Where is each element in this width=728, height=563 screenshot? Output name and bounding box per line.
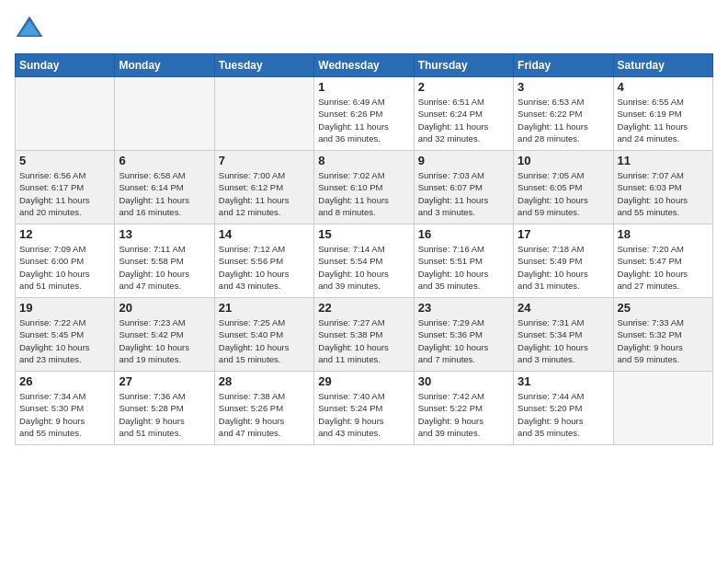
day-cell	[16, 77, 115, 151]
day-number: 24	[518, 301, 609, 315]
day-cell: 30Sunrise: 7:42 AM Sunset: 5:22 PM Dayli…	[414, 372, 513, 445]
day-cell: 24Sunrise: 7:31 AM Sunset: 5:34 PM Dayli…	[514, 298, 613, 372]
day-cell: 22Sunrise: 7:27 AM Sunset: 5:38 PM Dayli…	[314, 298, 414, 372]
logo	[15, 15, 48, 44]
day-info: Sunrise: 7:25 AM Sunset: 5:40 PM Dayligh…	[219, 316, 310, 365]
day-number: 3	[518, 80, 609, 94]
day-cell: 6Sunrise: 6:58 AM Sunset: 6:14 PM Daylig…	[115, 151, 214, 224]
day-cell: 8Sunrise: 7:02 AM Sunset: 6:10 PM Daylig…	[314, 151, 414, 224]
day-cell: 14Sunrise: 7:12 AM Sunset: 5:56 PM Dayli…	[214, 224, 313, 298]
day-cell: 13Sunrise: 7:11 AM Sunset: 5:58 PM Dayli…	[115, 224, 214, 298]
day-number: 20	[119, 301, 210, 315]
day-number: 4	[618, 80, 709, 94]
day-cell	[115, 77, 214, 151]
day-cell: 18Sunrise: 7:20 AM Sunset: 5:47 PM Dayli…	[613, 224, 712, 298]
day-cell: 5Sunrise: 6:56 AM Sunset: 6:17 PM Daylig…	[16, 151, 115, 224]
day-number: 6	[119, 154, 210, 167]
day-info: Sunrise: 6:56 AM Sunset: 6:17 PM Dayligh…	[19, 169, 110, 218]
day-info: Sunrise: 7:00 AM Sunset: 6:12 PM Dayligh…	[219, 169, 310, 218]
day-info: Sunrise: 7:02 AM Sunset: 6:10 PM Dayligh…	[318, 169, 409, 218]
day-info: Sunrise: 7:34 AM Sunset: 5:30 PM Dayligh…	[19, 390, 110, 439]
day-number: 15	[318, 227, 409, 241]
day-info: Sunrise: 7:11 AM Sunset: 5:58 PM Dayligh…	[119, 243, 210, 292]
day-info: Sunrise: 6:58 AM Sunset: 6:14 PM Dayligh…	[119, 169, 210, 218]
day-cell: 17Sunrise: 7:18 AM Sunset: 5:49 PM Dayli…	[514, 224, 613, 298]
day-header-wednesday: Wednesday	[314, 54, 414, 77]
day-header-friday: Friday	[514, 54, 613, 77]
week-row: 1Sunrise: 6:49 AM Sunset: 6:26 PM Daylig…	[16, 77, 713, 151]
week-row: 19Sunrise: 7:22 AM Sunset: 5:45 PM Dayli…	[16, 298, 713, 372]
day-header-saturday: Saturday	[613, 54, 712, 77]
day-number: 22	[318, 301, 409, 315]
day-info: Sunrise: 7:40 AM Sunset: 5:24 PM Dayligh…	[318, 390, 409, 439]
day-number: 12	[19, 227, 110, 241]
day-cell: 20Sunrise: 7:23 AM Sunset: 5:42 PM Dayli…	[115, 298, 214, 372]
day-number: 2	[418, 80, 509, 94]
day-cell: 10Sunrise: 7:05 AM Sunset: 6:05 PM Dayli…	[514, 151, 613, 224]
day-cell	[613, 372, 712, 445]
week-row: 12Sunrise: 7:09 AM Sunset: 6:00 PM Dayli…	[16, 224, 713, 298]
day-cell: 19Sunrise: 7:22 AM Sunset: 5:45 PM Dayli…	[16, 298, 115, 372]
day-info: Sunrise: 7:31 AM Sunset: 5:34 PM Dayligh…	[518, 316, 609, 365]
day-info: Sunrise: 6:51 AM Sunset: 6:24 PM Dayligh…	[418, 96, 509, 144]
day-number: 8	[318, 154, 409, 167]
day-info: Sunrise: 7:16 AM Sunset: 5:51 PM Dayligh…	[418, 243, 509, 292]
week-row: 5Sunrise: 6:56 AM Sunset: 6:17 PM Daylig…	[16, 151, 713, 224]
day-info: Sunrise: 7:42 AM Sunset: 5:22 PM Dayligh…	[418, 390, 509, 439]
day-number: 25	[618, 301, 709, 315]
day-info: Sunrise: 7:18 AM Sunset: 5:49 PM Dayligh…	[518, 243, 609, 292]
day-number: 29	[318, 374, 409, 388]
day-info: Sunrise: 7:33 AM Sunset: 5:32 PM Dayligh…	[618, 316, 709, 365]
week-row: 26Sunrise: 7:34 AM Sunset: 5:30 PM Dayli…	[16, 372, 713, 445]
day-cell: 28Sunrise: 7:38 AM Sunset: 5:26 PM Dayli…	[214, 372, 313, 445]
page: SundayMondayTuesdayWednesdayThursdayFrid…	[0, 0, 728, 563]
day-info: Sunrise: 7:12 AM Sunset: 5:56 PM Dayligh…	[219, 243, 310, 292]
day-info: Sunrise: 6:55 AM Sunset: 6:19 PM Dayligh…	[618, 96, 709, 144]
day-cell: 26Sunrise: 7:34 AM Sunset: 5:30 PM Dayli…	[16, 372, 115, 445]
day-header-tuesday: Tuesday	[214, 54, 313, 77]
day-info: Sunrise: 6:53 AM Sunset: 6:22 PM Dayligh…	[518, 96, 609, 144]
day-header-thursday: Thursday	[414, 54, 513, 77]
day-number: 9	[418, 154, 509, 167]
day-cell: 31Sunrise: 7:44 AM Sunset: 5:20 PM Dayli…	[514, 372, 613, 445]
day-cell: 11Sunrise: 7:07 AM Sunset: 6:03 PM Dayli…	[613, 151, 712, 224]
day-cell: 15Sunrise: 7:14 AM Sunset: 5:54 PM Dayli…	[314, 224, 414, 298]
day-number: 27	[119, 374, 210, 388]
day-info: Sunrise: 7:05 AM Sunset: 6:05 PM Dayligh…	[518, 169, 609, 218]
day-info: Sunrise: 7:07 AM Sunset: 6:03 PM Dayligh…	[618, 169, 709, 218]
day-cell: 27Sunrise: 7:36 AM Sunset: 5:28 PM Dayli…	[115, 372, 214, 445]
day-cell: 3Sunrise: 6:53 AM Sunset: 6:22 PM Daylig…	[514, 77, 613, 151]
day-info: Sunrise: 7:36 AM Sunset: 5:28 PM Dayligh…	[119, 390, 210, 439]
day-number: 13	[119, 227, 210, 241]
day-number: 1	[318, 80, 409, 94]
day-info: Sunrise: 7:03 AM Sunset: 6:07 PM Dayligh…	[418, 169, 509, 218]
logo-icon	[15, 15, 44, 44]
day-cell: 1Sunrise: 6:49 AM Sunset: 6:26 PM Daylig…	[314, 77, 414, 151]
day-info: Sunrise: 7:20 AM Sunset: 5:47 PM Dayligh…	[618, 243, 709, 292]
day-number: 28	[219, 374, 310, 388]
day-info: Sunrise: 7:09 AM Sunset: 6:00 PM Dayligh…	[19, 243, 110, 292]
header	[15, 15, 713, 44]
day-cell: 21Sunrise: 7:25 AM Sunset: 5:40 PM Dayli…	[214, 298, 313, 372]
day-number: 10	[518, 154, 609, 167]
day-number: 7	[219, 154, 310, 167]
day-number: 5	[19, 154, 110, 167]
calendar: SundayMondayTuesdayWednesdayThursdayFrid…	[15, 53, 713, 445]
day-number: 17	[518, 227, 609, 241]
day-number: 30	[418, 374, 509, 388]
header-row: SundayMondayTuesdayWednesdayThursdayFrid…	[16, 54, 713, 77]
day-info: Sunrise: 6:49 AM Sunset: 6:26 PM Dayligh…	[318, 96, 409, 144]
day-number: 23	[418, 301, 509, 315]
day-number: 31	[518, 374, 609, 388]
day-number: 26	[19, 374, 110, 388]
day-cell: 9Sunrise: 7:03 AM Sunset: 6:07 PM Daylig…	[414, 151, 513, 224]
day-number: 16	[418, 227, 509, 241]
day-cell: 23Sunrise: 7:29 AM Sunset: 5:36 PM Dayli…	[414, 298, 513, 372]
day-info: Sunrise: 7:38 AM Sunset: 5:26 PM Dayligh…	[219, 390, 310, 439]
day-cell: 25Sunrise: 7:33 AM Sunset: 5:32 PM Dayli…	[613, 298, 712, 372]
day-number: 18	[618, 227, 709, 241]
day-cell	[214, 77, 313, 151]
day-number: 19	[19, 301, 110, 315]
day-info: Sunrise: 7:29 AM Sunset: 5:36 PM Dayligh…	[418, 316, 509, 365]
day-header-monday: Monday	[115, 54, 214, 77]
